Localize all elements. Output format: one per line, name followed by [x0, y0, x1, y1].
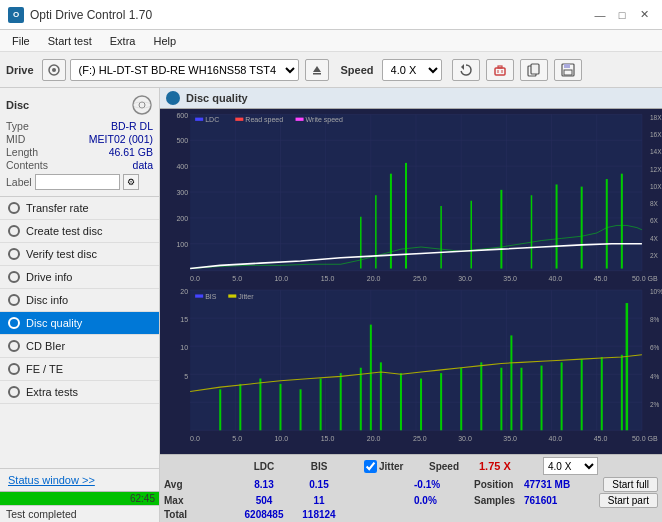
position-val: 47731 MB: [524, 479, 570, 490]
svg-point-1: [52, 68, 56, 72]
type-label: Type: [6, 120, 29, 132]
speed-select-stats[interactable]: 4.0 X: [543, 457, 598, 475]
svg-rect-64: [235, 118, 243, 121]
copy-button[interactable]: [520, 59, 548, 81]
titlebar: O Opti Drive Control 1.70 — □ ✕: [0, 0, 662, 30]
speed-val: 1.75 X: [479, 460, 539, 472]
close-button[interactable]: ✕: [634, 5, 654, 25]
progress-bar-container: 62:45: [0, 491, 159, 505]
minimize-button[interactable]: —: [590, 5, 610, 25]
nav-label-disc-quality: Disc quality: [26, 317, 82, 329]
samples-val: 761601: [524, 495, 557, 506]
max-jitter: 0.0%: [414, 495, 474, 506]
menubar: File Start test Extra Help: [0, 30, 662, 52]
svg-rect-62: [195, 118, 203, 121]
speed-select[interactable]: 4.0 X: [382, 59, 442, 81]
nav-label-drive-info: Drive info: [26, 271, 72, 283]
nav-label-cd-bier: CD BIer: [26, 340, 65, 352]
avg-bis: 0.15: [294, 479, 344, 490]
drive-icon-btn[interactable]: [42, 59, 66, 81]
erase-button[interactable]: [486, 59, 514, 81]
label-input[interactable]: [35, 174, 120, 190]
svg-text:50.0 GB: 50.0 GB: [632, 274, 658, 283]
position-label: Position: [474, 479, 524, 490]
charts-svg: 600 500 400 300 200 100 18X 16X 14X 12X …: [160, 109, 662, 454]
length-value: 46.61 GB: [109, 146, 153, 158]
maximize-button[interactable]: □: [612, 5, 632, 25]
start-part-button[interactable]: Start part: [599, 493, 658, 508]
svg-text:6%: 6%: [650, 344, 659, 351]
jitter-checkbox[interactable]: [364, 460, 377, 473]
nav-label-transfer-rate: Transfer rate: [26, 202, 89, 214]
refresh-button[interactable]: [452, 59, 480, 81]
menu-help[interactable]: Help: [145, 33, 184, 49]
nav-label-create-test: Create test disc: [26, 225, 102, 237]
menu-start-test[interactable]: Start test: [40, 33, 100, 49]
status-text: Test completed: [0, 505, 159, 522]
svg-text:16X: 16X: [650, 131, 662, 138]
titlebar-left: O Opti Drive Control 1.70: [8, 7, 152, 23]
svg-text:20: 20: [180, 287, 188, 296]
status-window-button[interactable]: Status window >>: [0, 468, 159, 491]
sidebar-item-disc-info[interactable]: Disc info: [0, 289, 159, 312]
svg-text:10: 10: [180, 343, 188, 352]
mid-value: MEIT02 (001): [89, 133, 153, 145]
chart-area: Disc quality: [160, 88, 662, 522]
eject-button[interactable]: [305, 59, 329, 81]
svg-point-15: [139, 102, 145, 108]
type-value: BD-R DL: [111, 120, 153, 132]
svg-text:5: 5: [184, 371, 188, 380]
progress-time: 62:45: [130, 492, 155, 506]
svg-text:15: 15: [180, 315, 188, 324]
sidebar-item-cd-bier[interactable]: CD BIer: [0, 335, 159, 358]
svg-rect-13: [564, 70, 572, 75]
drive-select[interactable]: (F:) HL-DT-ST BD-RE WH16NS58 TST4: [70, 59, 299, 81]
svg-text:15.0: 15.0: [321, 434, 335, 443]
max-bis: 11: [294, 495, 344, 506]
sidebar-item-fe-te[interactable]: FE / TE: [0, 358, 159, 381]
col-header-ldc: LDC: [234, 461, 294, 472]
disc-info-panel: Disc TypeBD-R DL MIDMEIT02 (001) Length4…: [0, 88, 159, 197]
sidebar: Disc TypeBD-R DL MIDMEIT02 (001) Length4…: [0, 88, 160, 522]
svg-text:45.0: 45.0: [594, 274, 608, 283]
sidebar-item-extra-tests[interactable]: Extra tests: [0, 381, 159, 404]
sidebar-item-transfer-rate[interactable]: Transfer rate: [0, 197, 159, 220]
svg-text:2X: 2X: [650, 252, 658, 259]
svg-marker-2: [313, 66, 321, 72]
sidebar-item-create-test-disc[interactable]: Create test disc: [0, 220, 159, 243]
sidebar-item-disc-quality[interactable]: Disc quality: [0, 312, 159, 335]
svg-rect-5: [495, 68, 505, 75]
disc-quality-icon: [8, 317, 20, 329]
drive-info-icon: [8, 271, 20, 283]
disc-icon: [131, 94, 153, 116]
window-controls: — □ ✕: [590, 5, 654, 25]
col-header-speed: Speed: [429, 461, 479, 472]
svg-text:4X: 4X: [650, 234, 658, 241]
label-key: Label: [6, 176, 32, 188]
nav-label-extra-tests: Extra tests: [26, 386, 78, 398]
svg-text:Read speed: Read speed: [245, 115, 283, 124]
svg-text:5.0: 5.0: [232, 274, 242, 283]
avg-label: Avg: [164, 479, 234, 490]
svg-text:10.0: 10.0: [274, 434, 288, 443]
avg-jitter: -0.1%: [414, 479, 474, 490]
sidebar-item-verify-test-disc[interactable]: Verify test disc: [0, 243, 159, 266]
drivebar: Drive (F:) HL-DT-ST BD-RE WH16NS58 TST4 …: [0, 52, 662, 88]
chart-header-icon: [166, 91, 180, 105]
svg-text:50.0 GB: 50.0 GB: [632, 434, 658, 443]
window-title: Opti Drive Control 1.70: [30, 8, 152, 22]
svg-point-16: [133, 102, 151, 108]
menu-file[interactable]: File: [4, 33, 38, 49]
menu-extra[interactable]: Extra: [102, 33, 144, 49]
sidebar-item-drive-info[interactable]: Drive info: [0, 266, 159, 289]
svg-text:200: 200: [176, 214, 188, 223]
nav-label-disc-info: Disc info: [26, 294, 68, 306]
drive-label: Drive: [6, 64, 34, 76]
svg-rect-6: [498, 66, 502, 68]
svg-text:20.0: 20.0: [367, 434, 381, 443]
label-edit-btn[interactable]: ⚙: [123, 174, 139, 190]
svg-text:Write speed: Write speed: [306, 115, 343, 124]
save-button[interactable]: [554, 59, 582, 81]
svg-text:20.0: 20.0: [367, 274, 381, 283]
start-full-button[interactable]: Start full: [603, 477, 658, 492]
